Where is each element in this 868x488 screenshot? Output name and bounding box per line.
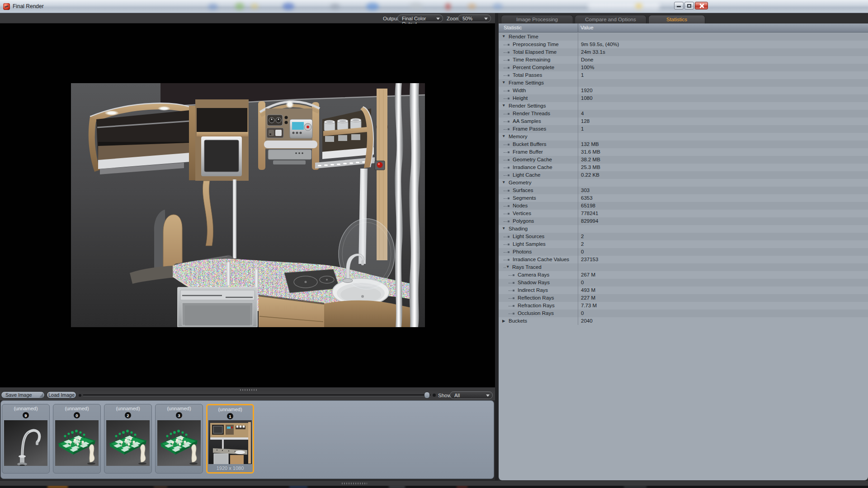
slider-thumb[interactable] <box>424 392 430 399</box>
tree-line <box>504 99 507 99</box>
load-image-button[interactable]: Load Image <box>47 391 76 399</box>
tree-line <box>504 221 507 222</box>
render-image <box>71 83 425 327</box>
thumbnail-label: (unnamed) <box>53 406 100 411</box>
tree-node-icon <box>508 167 509 169</box>
expand-open-icon: ▼ <box>502 103 505 108</box>
tree-node-icon <box>508 197 509 199</box>
thumbnail-card[interactable]: (unnamed)3 <box>155 404 203 474</box>
tab-compare-and-options[interactable]: Compare and Options <box>575 15 646 23</box>
stat-row: Width1920 <box>499 87 868 94</box>
stat-value: 9m 59.5s, (40%) <box>578 41 868 48</box>
stat-label: AA Samples <box>513 118 541 124</box>
stat-row[interactable]: ▼Render Settings <box>499 102 868 110</box>
splitter-grip-top[interactable] <box>0 387 495 391</box>
stat-row[interactable]: ▼Geometry <box>499 179 868 187</box>
stat-label: Light Cache <box>513 172 540 178</box>
thumbnail-card[interactable]: (unnamed)1 868 x 488 <box>206 404 254 474</box>
stat-value: 6353 <box>578 194 868 202</box>
stat-row[interactable]: ▼Rays Traced <box>499 263 868 271</box>
stat-value: 1080 <box>578 94 868 102</box>
tree-node-icon <box>508 251 509 253</box>
tree-node-icon <box>508 213 509 215</box>
tab-statistics[interactable]: Statistics <box>648 15 705 23</box>
stat-row[interactable]: ▼Shading <box>499 225 868 233</box>
thumbnail-badge: 1 <box>227 413 233 419</box>
tree-node-icon <box>508 98 509 99</box>
tree-line <box>509 314 512 314</box>
stat-label: Render Settings <box>509 103 546 108</box>
stat-row: Light Cache0.22 KB <box>499 171 868 179</box>
minimize-button[interactable] <box>674 2 684 9</box>
stat-value: 237153 <box>578 256 868 263</box>
taskbar-blur-blob <box>389 486 405 488</box>
thumbnail-image <box>208 420 252 464</box>
tree-line <box>504 175 507 176</box>
thumbnail-caption: 868 x 488 <box>208 465 253 471</box>
stat-row[interactable]: ▼Render Time <box>499 33 868 41</box>
close-button[interactable] <box>695 2 708 9</box>
title-bar[interactable]: Final Render <box>0 0 868 13</box>
stat-value: 132 MB <box>578 141 868 148</box>
tree-node-icon <box>508 113 509 115</box>
stat-value: 0 <box>578 279 868 286</box>
stat-row: Photons0 <box>499 248 868 256</box>
history-slider[interactable] <box>83 394 431 396</box>
stat-value: 2 <box>578 233 868 240</box>
stat-row[interactable]: ▼Frame Settings <box>499 79 868 87</box>
tree-node-icon <box>513 282 514 284</box>
stats-col-value: Value <box>580 25 594 30</box>
tree-line <box>504 191 507 191</box>
output-dropdown[interactable]: Final Color Output <box>397 14 443 22</box>
stat-value: 128 <box>578 117 868 125</box>
stat-label: Surfaces <box>513 188 533 193</box>
stat-row: Frame Passes1 <box>499 125 868 133</box>
thumbnail-badge: 9 <box>23 412 29 418</box>
stat-row: Shadow Rays0 <box>499 279 868 286</box>
stat-value: 4 <box>578 110 868 117</box>
tree-line <box>504 206 507 206</box>
chevron-down-icon <box>436 18 440 20</box>
stat-row: Refraction Rays7.73 M <box>499 302 868 310</box>
taskbar-blur-blob <box>154 486 167 488</box>
thumbnail-card[interactable]: (unnamed)0 <box>53 404 101 474</box>
stat-value: 227 M <box>578 294 868 302</box>
show-filter-dropdown[interactable]: All <box>450 391 493 399</box>
tree-line <box>504 145 507 145</box>
taskbar-blur-blob <box>624 486 646 488</box>
stat-row: Time RemainingDone <box>499 56 868 64</box>
close-icon <box>699 4 704 8</box>
zoom-dropdown[interactable]: 50% <box>458 14 491 22</box>
stat-row[interactable]: ▼Memory <box>499 133 868 141</box>
stat-value <box>578 33 868 41</box>
taskbar-blur-blob <box>47 486 68 488</box>
stat-value: 1 <box>578 125 868 133</box>
stat-row: AA Samples128 <box>499 117 868 125</box>
stat-row: Camera Rays267 M <box>499 271 868 279</box>
tab-image-processing[interactable]: Image Processing <box>501 15 573 23</box>
thumbnail-card[interactable]: (unnamed)9 <box>2 404 50 474</box>
stat-label: Irradiance Cache Values <box>513 257 569 262</box>
tree-node-icon <box>508 259 509 261</box>
tree-node-icon <box>508 90 509 92</box>
tree-line <box>509 298 512 299</box>
thumbnail-image <box>4 420 47 466</box>
expand-open-icon: ▼ <box>502 34 505 38</box>
save-image-button[interactable]: Save Image <box>1 391 45 399</box>
stat-label: Shading <box>509 226 528 231</box>
app-window: Final Render Output Final Color Output Z… <box>0 0 868 488</box>
stat-value <box>578 133 868 141</box>
maximize-button[interactable] <box>684 2 694 9</box>
thumbnail-card[interactable]: (unnamed)2 <box>104 404 152 474</box>
zoom-value: 50% <box>462 16 472 21</box>
thumbnail-badge: 3 <box>176 412 182 418</box>
taskbar-blur-blob <box>457 486 467 488</box>
stat-value: 493 M <box>578 286 868 294</box>
splitter-grip-bottom[interactable] <box>0 480 868 486</box>
stat-label: Vertices <box>513 211 531 216</box>
thumbnail-image <box>106 420 150 466</box>
stat-label: Rays Traced <box>512 264 542 270</box>
stat-row[interactable]: ▶Buckets2040 <box>499 317 868 325</box>
stat-row: Percent Complete100% <box>499 64 868 71</box>
slider-end-dot <box>433 394 436 397</box>
